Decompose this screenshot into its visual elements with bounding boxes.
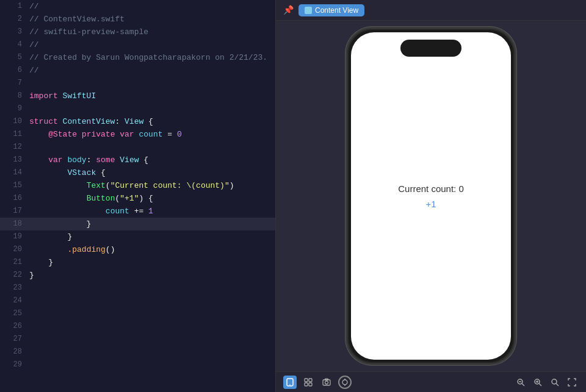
line-content-13: var body: some View { [29,154,270,166]
code-line-12: 12 [0,141,275,154]
line-number-21: 21 [5,256,22,269]
pin-icon: 📌 [283,5,294,15]
code-line-9: 9 [0,102,275,115]
preview-bottombar [276,371,586,392]
code-line-16: 16 Button("+1") { [0,192,275,205]
line-content-3: // swiftui-preview-sample [29,26,270,38]
line-number-17: 17 [5,205,22,218]
line-number-1: 1 [5,0,22,13]
iphone-content: Current count: 0 +1 [398,184,464,209]
svg-rect-4 [305,383,308,386]
line-number-8: 8 [5,90,22,102]
preview-tab-label: Content View [315,6,358,15]
line-number-6: 6 [5,64,22,77]
zoom-fit-icon[interactable] [565,376,579,389]
line-content-8: import SwiftUI [29,90,270,102]
line-content-21: } [29,256,270,269]
editor-panel: 1//2// ContentView.swift3// swiftui-prev… [0,0,276,392]
line-number-18: 18 [5,218,22,230]
zoom-in-icon[interactable] [548,376,562,389]
line-content-4: // [29,38,270,51]
line-number-28: 28 [5,346,22,358]
zoom-out-icon[interactable] [514,376,527,389]
bottom-right-controls [514,376,579,389]
screenshot-icon[interactable] [320,376,333,389]
line-number-19: 19 [5,230,22,243]
svg-rect-6 [323,380,330,385]
code-line-22: 22} [0,269,275,282]
svg-rect-5 [309,383,312,386]
grid-icon[interactable] [302,376,315,389]
code-line-8: 8import SwiftUI [0,90,275,102]
svg-line-16 [539,383,541,386]
line-number-11: 11 [5,128,22,141]
line-content-10: struct ContentView: View { [29,115,270,128]
iphone-screen: Current count: 0 +1 [351,32,511,360]
line-content-14: VStack { [29,166,270,179]
line-content-20: .padding() [29,243,270,256]
code-line-19: 19 } [0,230,275,243]
line-number-23: 23 [5,282,22,294]
code-line-21: 21 } [0,256,275,269]
code-line-29: 29 [0,358,275,371]
code-line-1: 1// [0,0,275,13]
code-line-11: 11 @State private var count = 0 [0,128,275,141]
line-number-2: 2 [5,13,22,26]
line-number-7: 7 [5,77,22,90]
line-number-12: 12 [5,141,22,154]
line-content-6: // [29,64,270,77]
svg-point-9 [342,380,347,385]
code-line-17: 17 count += 1 [0,205,275,218]
code-line-6: 6// [0,64,275,77]
line-content-2: // ContentView.swift [29,13,270,26]
line-number-29: 29 [5,358,22,371]
line-content-16: Button("+1") { [29,192,270,205]
code-line-28: 28 [0,346,275,358]
line-number-9: 9 [5,102,22,115]
line-number-5: 5 [5,51,22,64]
content-view-icon [305,7,312,14]
code-line-13: 13 var body: some View { [0,154,275,166]
line-number-15: 15 [5,179,22,192]
count-text: Current count: 0 [398,184,464,194]
preview-topbar: 📌 Content View [276,0,586,21]
code-line-4: 4// [0,38,275,51]
svg-point-7 [325,381,328,384]
line-content-5: // Created by Sarun Wongpatcharapakorn o… [29,51,270,64]
code-line-24: 24 [0,294,275,307]
line-content-11: @State private var count = 0 [29,128,270,141]
line-number-25: 25 [5,307,22,320]
code-line-23: 23 [0,282,275,294]
code-line-26: 26 [0,320,275,333]
code-line-3: 3// swiftui-preview-sample [0,26,275,38]
line-content-19: } [29,230,270,243]
line-number-22: 22 [5,269,22,282]
line-content-17: count += 1 [29,205,270,218]
line-number-26: 26 [5,320,22,333]
line-number-10: 10 [5,115,22,128]
code-line-27: 27 [0,333,275,346]
preview-panel: 📌 Content View Current count: 0 +1 [276,0,586,392]
svg-line-20 [556,383,559,386]
svg-rect-3 [309,379,312,382]
line-number-27: 27 [5,333,22,346]
line-number-16: 16 [5,192,22,205]
increment-button[interactable]: +1 [425,199,436,209]
code-area[interactable]: 1//2// ContentView.swift3// swiftui-prev… [0,0,275,392]
device-icon[interactable] [283,376,297,389]
line-number-14: 14 [5,166,22,179]
line-number-24: 24 [5,294,22,307]
code-line-2: 2// ContentView.swift [0,13,275,26]
line-number-13: 13 [5,154,22,166]
code-line-5: 5// Created by Sarun Wongpatcharapakorn … [0,51,275,64]
line-content-15: Text("Current count: \(count)") [29,179,270,192]
code-line-18: 18 } [0,218,275,230]
preview-tab[interactable]: Content View [298,4,364,16]
settings-icon[interactable] [338,376,352,389]
zoom-100-icon[interactable] [531,376,544,389]
iphone-frame: Current count: 0 +1 [345,27,516,365]
code-line-15: 15 Text("Current count: \(count)") [0,179,275,192]
svg-point-19 [552,379,557,384]
bottom-left-controls [283,376,352,389]
svg-rect-2 [305,379,308,382]
